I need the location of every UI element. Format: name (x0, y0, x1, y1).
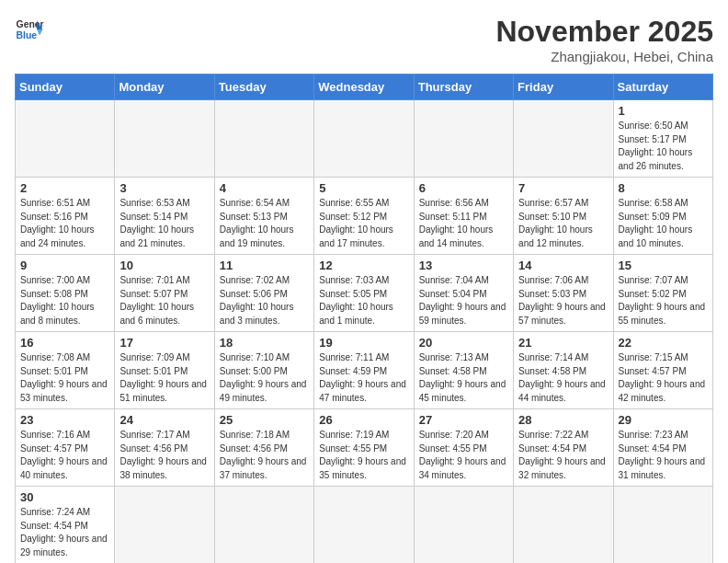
calendar-week-row: 1Sunrise: 6:50 AM Sunset: 5:17 PM Daylig… (16, 100, 713, 178)
day-info: Sunrise: 7:22 AM Sunset: 4:54 PM Dayligh… (518, 429, 608, 482)
calendar-cell: 23Sunrise: 7:16 AM Sunset: 4:57 PM Dayli… (16, 409, 115, 487)
calendar-cell (414, 487, 513, 564)
title-block: November 2025 Zhangjiakou, Hebei, China (495, 15, 713, 64)
calendar-cell (115, 100, 214, 178)
day-number: 18 (220, 336, 309, 350)
calendar-cell (613, 487, 712, 564)
month-title: November 2025 (495, 15, 713, 49)
day-header-tuesday: Tuesday (214, 75, 313, 100)
day-info: Sunrise: 7:06 AM Sunset: 5:03 PM Dayligh… (518, 274, 608, 327)
location-subtitle: Zhangjiakou, Hebei, China (495, 49, 713, 64)
day-number: 29 (619, 413, 708, 427)
day-number: 17 (119, 336, 209, 350)
day-number: 16 (20, 336, 109, 350)
day-info: Sunrise: 6:50 AM Sunset: 5:17 PM Dayligh… (619, 120, 708, 173)
day-number: 30 (20, 490, 109, 504)
day-info: Sunrise: 7:23 AM Sunset: 4:54 PM Dayligh… (619, 429, 708, 482)
day-info: Sunrise: 7:16 AM Sunset: 4:57 PM Dayligh… (20, 429, 109, 482)
calendar-cell (214, 487, 313, 564)
calendar-header-row: SundayMondayTuesdayWednesdayThursdayFrid… (16, 75, 713, 100)
day-info: Sunrise: 7:11 AM Sunset: 4:59 PM Dayligh… (319, 351, 408, 405)
calendar-cell: 14Sunrise: 7:06 AM Sunset: 5:03 PM Dayli… (514, 255, 613, 332)
day-info: Sunrise: 7:13 AM Sunset: 4:58 PM Dayligh… (419, 351, 508, 405)
calendar-cell: 25Sunrise: 7:18 AM Sunset: 4:56 PM Dayli… (214, 409, 313, 487)
day-number: 24 (119, 413, 209, 427)
calendar-cell: 1Sunrise: 6:50 AM Sunset: 5:17 PM Daylig… (613, 100, 712, 178)
day-number: 5 (319, 181, 408, 195)
calendar-cell: 10Sunrise: 7:01 AM Sunset: 5:07 PM Dayli… (115, 255, 214, 332)
day-number: 15 (619, 259, 708, 272)
day-info: Sunrise: 7:24 AM Sunset: 4:54 PM Dayligh… (20, 506, 109, 559)
day-number: 26 (319, 413, 408, 427)
day-info: Sunrise: 6:53 AM Sunset: 5:14 PM Dayligh… (119, 197, 209, 250)
calendar-table: SundayMondayTuesdayWednesdayThursdayFrid… (15, 74, 713, 563)
calendar-cell: 3Sunrise: 6:53 AM Sunset: 5:14 PM Daylig… (115, 178, 214, 255)
calendar-cell: 30Sunrise: 7:24 AM Sunset: 4:54 PM Dayli… (16, 487, 115, 564)
day-number: 9 (20, 259, 109, 272)
calendar-cell: 26Sunrise: 7:19 AM Sunset: 4:55 PM Dayli… (314, 409, 414, 487)
day-info: Sunrise: 7:08 AM Sunset: 5:01 PM Dayligh… (20, 351, 109, 405)
day-number: 8 (619, 181, 708, 195)
calendar-cell: 15Sunrise: 7:07 AM Sunset: 5:02 PM Dayli… (613, 255, 712, 332)
calendar-cell: 16Sunrise: 7:08 AM Sunset: 5:01 PM Dayli… (16, 332, 115, 409)
logo: General Blue (15, 15, 44, 44)
calendar-cell: 13Sunrise: 7:04 AM Sunset: 5:04 PM Dayli… (414, 255, 513, 332)
day-number: 20 (419, 336, 508, 350)
day-header-thursday: Thursday (414, 75, 513, 100)
calendar-cell (514, 487, 613, 564)
day-number: 12 (319, 259, 408, 272)
calendar-cell: 6Sunrise: 6:56 AM Sunset: 5:11 PM Daylig… (414, 178, 513, 255)
day-number: 27 (419, 413, 508, 427)
day-info: Sunrise: 7:18 AM Sunset: 4:56 PM Dayligh… (220, 429, 309, 482)
calendar-cell: 29Sunrise: 7:23 AM Sunset: 4:54 PM Dayli… (613, 409, 712, 487)
calendar-cell: 8Sunrise: 6:58 AM Sunset: 5:09 PM Daylig… (613, 178, 712, 255)
day-number: 7 (518, 181, 608, 195)
day-number: 2 (20, 181, 109, 195)
calendar-cell: 7Sunrise: 6:57 AM Sunset: 5:10 PM Daylig… (514, 178, 613, 255)
day-info: Sunrise: 7:10 AM Sunset: 5:00 PM Dayligh… (220, 351, 309, 405)
calendar-cell (414, 100, 513, 178)
calendar-cell (214, 100, 313, 178)
page-header: General Blue November 2025 Zhangjiakou, … (15, 15, 713, 64)
day-number: 10 (119, 259, 209, 272)
calendar-week-row: 9Sunrise: 7:00 AM Sunset: 5:08 PM Daylig… (16, 255, 713, 332)
calendar-cell: 24Sunrise: 7:17 AM Sunset: 4:56 PM Dayli… (115, 409, 214, 487)
day-number: 25 (220, 413, 309, 427)
day-info: Sunrise: 7:00 AM Sunset: 5:08 PM Dayligh… (20, 274, 109, 327)
day-header-saturday: Saturday (613, 75, 712, 100)
day-info: Sunrise: 6:54 AM Sunset: 5:13 PM Dayligh… (220, 197, 309, 250)
calendar-cell (314, 100, 414, 178)
day-number: 22 (619, 336, 708, 350)
svg-marker-3 (37, 29, 42, 35)
calendar-week-row: 16Sunrise: 7:08 AM Sunset: 5:01 PM Dayli… (16, 332, 713, 409)
calendar-cell (16, 100, 115, 178)
day-number: 23 (20, 413, 109, 427)
day-header-sunday: Sunday (16, 75, 115, 100)
calendar-cell (314, 487, 414, 564)
calendar-cell: 4Sunrise: 6:54 AM Sunset: 5:13 PM Daylig… (214, 178, 313, 255)
calendar-cell: 19Sunrise: 7:11 AM Sunset: 4:59 PM Dayli… (314, 332, 414, 409)
day-number: 4 (220, 181, 309, 195)
day-info: Sunrise: 6:57 AM Sunset: 5:10 PM Dayligh… (518, 197, 608, 250)
day-info: Sunrise: 7:03 AM Sunset: 5:05 PM Dayligh… (319, 274, 408, 327)
day-info: Sunrise: 6:55 AM Sunset: 5:12 PM Dayligh… (319, 197, 408, 250)
day-info: Sunrise: 7:01 AM Sunset: 5:07 PM Dayligh… (119, 274, 209, 327)
day-header-wednesday: Wednesday (314, 75, 414, 100)
day-number: 13 (419, 259, 508, 272)
svg-text:Blue: Blue (17, 30, 38, 40)
calendar-week-row: 23Sunrise: 7:16 AM Sunset: 4:57 PM Dayli… (16, 409, 713, 487)
day-number: 28 (518, 413, 608, 427)
calendar-week-row: 2Sunrise: 6:51 AM Sunset: 5:16 PM Daylig… (16, 178, 713, 255)
calendar-cell: 9Sunrise: 7:00 AM Sunset: 5:08 PM Daylig… (16, 255, 115, 332)
calendar-cell: 28Sunrise: 7:22 AM Sunset: 4:54 PM Dayli… (514, 409, 613, 487)
day-info: Sunrise: 7:07 AM Sunset: 5:02 PM Dayligh… (619, 274, 708, 327)
day-number: 1 (619, 104, 708, 118)
day-number: 11 (220, 259, 309, 272)
day-header-friday: Friday (514, 75, 613, 100)
day-number: 21 (518, 336, 608, 350)
day-info: Sunrise: 7:04 AM Sunset: 5:04 PM Dayligh… (419, 274, 508, 327)
calendar-cell: 21Sunrise: 7:14 AM Sunset: 4:58 PM Dayli… (514, 332, 613, 409)
day-info: Sunrise: 6:51 AM Sunset: 5:16 PM Dayligh… (20, 197, 109, 250)
day-info: Sunrise: 6:58 AM Sunset: 5:09 PM Dayligh… (619, 197, 708, 250)
calendar-cell: 18Sunrise: 7:10 AM Sunset: 5:00 PM Dayli… (214, 332, 313, 409)
